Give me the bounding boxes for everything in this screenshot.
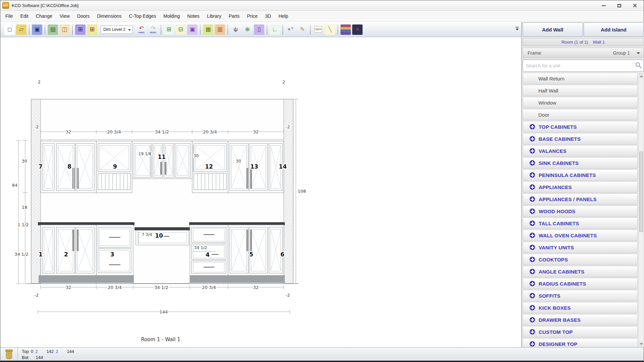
menu-item[interactable]: Molding bbox=[160, 11, 183, 21]
wall-feature-item[interactable]: Wall Return bbox=[523, 73, 638, 84]
menu-item[interactable]: Doors bbox=[73, 11, 93, 21]
undo-button[interactable]: ↶ UNDO bbox=[136, 24, 147, 35]
category-item[interactable]: SINK CABINETS bbox=[523, 157, 638, 169]
base-cabinet-run-5 bbox=[228, 225, 284, 284]
menu-item[interactable]: Parts bbox=[225, 11, 244, 21]
add-unit-button[interactable]: ⊞ bbox=[87, 24, 97, 35]
category-item[interactable]: VALANCES bbox=[523, 145, 638, 157]
dim-top-1: 32 bbox=[66, 129, 71, 134]
panel-scrollbar[interactable] bbox=[639, 73, 644, 347]
category-item[interactable]: WALL OVEN CABINETS bbox=[523, 230, 638, 241]
scroll-down-button[interactable] bbox=[639, 342, 643, 346]
category-item[interactable]: PENINSULA CABINETS bbox=[523, 169, 638, 181]
scroll-up-button[interactable] bbox=[639, 74, 643, 78]
menu-item[interactable]: Dimensions bbox=[93, 11, 125, 21]
room-wall-bar[interactable]: Room (1 of 1) Wall 1 bbox=[523, 38, 644, 46]
chevron-down-icon bbox=[637, 52, 640, 54]
dim-level-select[interactable]: Dim Level 2 bbox=[101, 25, 133, 34]
toolbar-overflow-button[interactable] bbox=[515, 27, 519, 32]
category-item[interactable]: DRAWER BASES bbox=[523, 314, 638, 325]
cabinet-style-button[interactable]: ▥ bbox=[215, 24, 225, 35]
add-wall-section-button[interactable]: ⊞ bbox=[164, 24, 174, 35]
menu-item[interactable]: View bbox=[56, 11, 73, 21]
window-title: KCD Software [C:\KCD\Office.Job] bbox=[12, 3, 78, 8]
wall-feature-item[interactable]: Half Wall bbox=[523, 85, 638, 96]
base-cabinet-run-1 bbox=[41, 225, 96, 284]
category-item[interactable]: COOKTOPS bbox=[523, 254, 638, 265]
category-item[interactable]: ANGLE CABINETS bbox=[523, 266, 638, 277]
title-bar: KCD KCD Software [C:\KCD\Office.Job] bbox=[0, 0, 644, 11]
category-item[interactable]: TALL CABINETS bbox=[523, 218, 638, 229]
measure-tool-button[interactable]: ψ bbox=[230, 24, 241, 35]
minimize-button[interactable] bbox=[596, 1, 611, 10]
tool-icon: ×⁺ bbox=[287, 26, 294, 32]
menu-item[interactable]: 3D bbox=[261, 11, 275, 21]
cabinet-layout-button[interactable]: ⊞ bbox=[75, 24, 86, 35]
category-item[interactable]: VANITY UNITS bbox=[523, 242, 638, 253]
menu-item[interactable]: Price bbox=[243, 11, 261, 21]
tool-icon: ⊞ bbox=[78, 26, 83, 32]
remove-wall-section-button[interactable]: ⊟ bbox=[175, 24, 186, 35]
open-job-button[interactable]: ▱ bbox=[16, 24, 26, 35]
group-selector[interactable]: Group 1 bbox=[613, 50, 630, 56]
wall-feature-item[interactable]: Door bbox=[523, 109, 638, 120]
menu-item[interactable]: Edit bbox=[17, 11, 32, 21]
cabinet-label-13: 13 bbox=[250, 163, 258, 170]
wall-feature-item[interactable]: Window bbox=[523, 97, 638, 108]
color-layers-button[interactable] bbox=[340, 24, 351, 35]
sep bbox=[72, 24, 73, 35]
menu-item[interactable]: Library bbox=[203, 11, 225, 21]
category-item[interactable]: APPLIANCES / PANELS bbox=[523, 193, 638, 205]
add-island-button[interactable]: Add Island bbox=[584, 22, 644, 37]
category-item[interactable]: CUSTOM TOP bbox=[523, 326, 638, 338]
elevation-tool-button[interactable]: ▦ bbox=[203, 24, 213, 35]
menu-item[interactable]: Help bbox=[275, 11, 292, 21]
tool-icon: ▣ bbox=[34, 26, 40, 32]
dim-level-value: Dim Level 2 bbox=[103, 27, 125, 32]
category-item[interactable]: WOOD HOODS bbox=[523, 205, 638, 217]
drawing-canvas[interactable]: 2 2 -2 32 20 3/4 34 1/2 20 3/4 32 -2 19 … bbox=[0, 37, 521, 347]
frame-group-bar[interactable]: Frame Group 1 bbox=[523, 48, 644, 58]
tool-icon: ∟ bbox=[272, 26, 278, 32]
print-preview-button[interactable]: ◫ bbox=[59, 24, 70, 35]
text-tool-button[interactable]: TEXT bbox=[313, 24, 323, 35]
move-unit-button[interactable]: ×⁺ bbox=[285, 24, 296, 35]
wall-view-button[interactable]: ▣ bbox=[187, 24, 198, 35]
tool-icon: ▣ bbox=[190, 26, 195, 32]
redo-button[interactable]: ↷ REDO bbox=[148, 24, 158, 35]
draw-tool-button[interactable]: ✎ bbox=[297, 24, 308, 35]
line-tool-button[interactable]: ╲ bbox=[325, 24, 335, 35]
search-input[interactable] bbox=[523, 59, 644, 72]
sep bbox=[200, 24, 201, 35]
close-button[interactable] bbox=[627, 1, 642, 10]
frame-label: Frame bbox=[528, 50, 541, 56]
category-item[interactable]: BASE CABINETS bbox=[523, 133, 638, 144]
tool-icon: ψ bbox=[233, 26, 237, 32]
maximize-button[interactable] bbox=[611, 1, 627, 10]
sep bbox=[310, 24, 311, 35]
menu-item[interactable]: Change bbox=[32, 11, 56, 21]
corner-tool-button[interactable]: ∟ bbox=[270, 24, 280, 35]
scrollbar-thumb[interactable] bbox=[639, 152, 643, 232]
cabinet-label-9: 9 bbox=[113, 163, 117, 170]
menu-item[interactable]: File bbox=[2, 11, 17, 21]
add-wall-button[interactable]: Add Wall bbox=[523, 22, 583, 37]
new-job-button[interactable]: ◻ bbox=[4, 24, 15, 35]
dim-top-offset-left: -2 bbox=[35, 124, 39, 129]
colors-off-button[interactable]: × bbox=[352, 24, 363, 35]
category-item[interactable]: RADIUS CABINETS bbox=[523, 278, 638, 289]
print-button[interactable]: ▤ bbox=[48, 24, 58, 35]
category-item[interactable]: TOP CABINETS bbox=[523, 121, 638, 132]
category-item[interactable]: KICK BOXES bbox=[523, 302, 638, 313]
door-style-button[interactable]: ▯ bbox=[254, 24, 264, 35]
menu-item[interactable]: C-Top Edges bbox=[125, 11, 160, 21]
category-item[interactable]: SOFFITS bbox=[523, 290, 638, 301]
zoom-tool-button[interactable]: ⊕ bbox=[242, 24, 253, 35]
menu-item[interactable]: Notes bbox=[183, 11, 203, 21]
save-job-button[interactable]: ▣ bbox=[32, 24, 42, 35]
tool-icon: × bbox=[356, 26, 359, 32]
category-item[interactable]: APPLIANCES bbox=[523, 181, 638, 193]
category-item[interactable]: DESIGNER TOP bbox=[523, 338, 638, 347]
dim-height-1-5: 1 1/2 bbox=[17, 222, 29, 227]
trash-button[interactable] bbox=[0, 348, 18, 361]
